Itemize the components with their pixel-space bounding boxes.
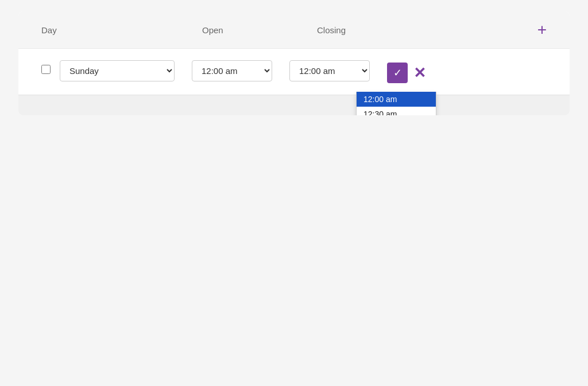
day-select-wrapper: SundayMondayTuesdayWednesdayThursdayFrid… <box>60 60 175 81</box>
header-closing-label: Closing <box>317 25 409 35</box>
schedule-row: SundayMondayTuesdayWednesdayThursdayFrid… <box>18 49 570 95</box>
confirm-button[interactable]: ✓ <box>387 63 408 83</box>
day-select[interactable]: SundayMondayTuesdayWednesdayThursdayFrid… <box>60 60 175 81</box>
header-open-label: Open <box>202 25 294 35</box>
schedule-container: Day Open Closing + SundayMondayTuesdayWe… <box>18 11 570 115</box>
add-row-button[interactable]: + <box>537 22 547 38</box>
closing-select-wrapper: 12:00 am12:30 am1:00 am1:30 am2:00 am2:3… <box>289 60 370 81</box>
list-item[interactable]: 12:00 am <box>357 92 436 107</box>
open-time-select[interactable]: 12:00 am12:30 am1:00 am1:30 am2:00 am2:3… <box>192 60 272 81</box>
header-row: Day Open Closing + <box>18 11 570 49</box>
open-select-wrapper: 12:00 am12:30 am1:00 am1:30 am2:00 am2:3… <box>192 60 272 81</box>
open-time-list[interactable]: 12:00 am12:30 am1:00 am1:30 am2:00 am2:3… <box>357 92 436 115</box>
row-checkbox[interactable] <box>41 65 51 74</box>
closing-time-select[interactable]: 12:00 am12:30 am1:00 am1:30 am2:00 am2:3… <box>289 60 370 81</box>
cancel-button[interactable]: ✕ <box>411 65 428 80</box>
footer-bar <box>18 95 570 115</box>
checkmark-icon: ✓ <box>393 67 402 79</box>
header-day-label: Day <box>41 25 168 35</box>
action-buttons: ✓ ✕ <box>387 60 428 83</box>
open-time-dropdown[interactable]: 12:00 am12:30 am1:00 am1:30 am2:00 am2:3… <box>356 92 436 115</box>
row-checkbox-cell <box>41 60 51 74</box>
list-item[interactable]: 12:30 am <box>357 107 436 115</box>
x-icon: ✕ <box>413 64 426 81</box>
